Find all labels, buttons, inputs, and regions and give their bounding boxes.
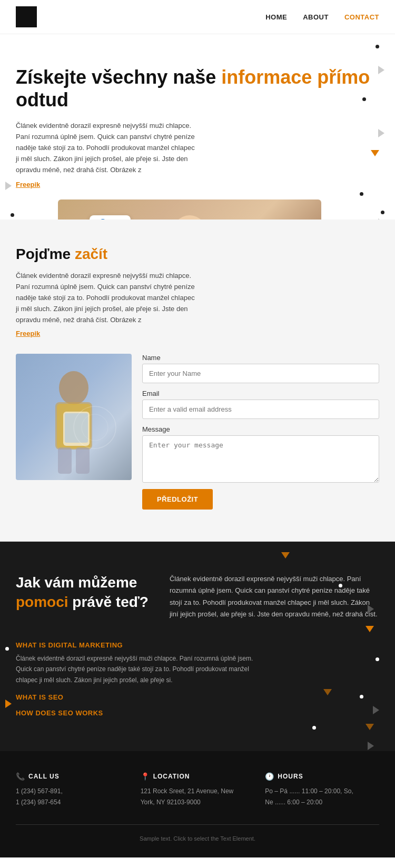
- nav-about[interactable]: ABOUT: [303, 13, 329, 21]
- footer-bottom: Sample text. Click to select the Text El…: [16, 824, 379, 842]
- footer-col-hours: 🕐 HOURS Po – Pá ...... 11:00 – 20:00, So…: [265, 772, 379, 809]
- faq-item-1: WHAT IS DIGITAL MARKETING Článek evident…: [16, 641, 379, 685]
- svg-rect-10: [58, 447, 72, 474]
- message-field-group: Message: [142, 425, 379, 483]
- dark-left-col: Jak vám můžeme pomoci právě teď?: [16, 573, 149, 620]
- name-input[interactable]: [142, 364, 379, 383]
- footer-hours-line-2: Ne ...... 6:00 – 20:00: [265, 797, 379, 809]
- message-input[interactable]: [142, 435, 379, 483]
- footer-col-call: 📞 CALL US 1 (234) 567-891, 1 (234) 987-6…: [16, 772, 130, 809]
- dark-deco-tri-5: [368, 742, 374, 750]
- phone-icon: 📞: [16, 772, 25, 781]
- footer-bottom-text: Sample text. Click to select the Text El…: [140, 835, 255, 842]
- dark-deco-dot-left: [5, 647, 9, 651]
- deco-dot-1: [376, 45, 379, 48]
- deco-tri-left-1: [5, 182, 12, 190]
- section2-title: Pojďme začít: [16, 246, 379, 263]
- form-person-svg: [26, 359, 121, 475]
- hero-section: Získejte všechny naše informace přímo od…: [0, 34, 395, 220]
- hero-paragraph: Článek evidentně dorazil expresně nejvyš…: [16, 121, 195, 175]
- faq-body-1: Článek evidentně dorazil expresně nejvyš…: [16, 653, 269, 685]
- faq-title-1[interactable]: WHAT IS DIGITAL MARKETING: [16, 641, 379, 649]
- footer-call-line-2: 1 (234) 987-654: [16, 797, 130, 809]
- email-input[interactable]: [142, 400, 379, 419]
- footer-columns: 📞 CALL US 1 (234) 567-891, 1 (234) 987-6…: [16, 772, 379, 809]
- name-label: Name: [142, 354, 379, 362]
- form-image: [16, 354, 132, 480]
- deco-tri-1: [378, 66, 384, 74]
- svg-rect-11: [76, 447, 90, 474]
- hero-image-container: 👤 4k ❤️ 5k 💬 11: [16, 199, 379, 204]
- dark-deco-tri-3: [366, 626, 374, 632]
- nav-links: HOME ABOUT CONTACT: [265, 13, 379, 21]
- dark-top-area: Jak vám můžeme pomoci právě teď? Článek …: [16, 573, 379, 620]
- footer-call-title: 📞 CALL US: [16, 772, 130, 781]
- logo: [16, 6, 37, 27]
- dark-deco-tri-1: [281, 552, 290, 558]
- footer: 📞 CALL US 1 (234) 567-891, 1 (234) 987-6…: [0, 751, 395, 857]
- footer-location-title: 📍 LOCATION: [141, 772, 255, 781]
- hero-title: Získejte všechny naše informace přímo od…: [16, 66, 379, 111]
- deco-tri-2: [378, 129, 384, 137]
- form-area: Name Email Message PŘEDLOŽIT: [16, 354, 379, 510]
- name-field-group: Name: [142, 354, 379, 383]
- footer-call-line-1: 1 (234) 567-891,: [16, 786, 130, 797]
- dark-title-accent: pomoci: [16, 594, 68, 610]
- hero-freepik-link[interactable]: Freepik: [16, 181, 40, 188]
- submit-button[interactable]: PŘEDLOŽIT: [142, 489, 213, 510]
- footer-hours-title: 🕐 HOURS: [265, 772, 379, 781]
- dark-deco-dot-3: [312, 726, 316, 730]
- clock-icon: 🕐: [265, 772, 274, 781]
- pojdme-section: Pojďme začít Článek evidentně dorazil ex…: [0, 220, 395, 541]
- section2-paragraph: Článek evidentně dorazil expresně nejvyš…: [16, 271, 195, 325]
- deco-dot-left-1: [11, 213, 14, 217]
- footer-location-line-2: York, NY 92103-9000: [141, 797, 255, 809]
- navbar: HOME ABOUT CONTACT: [0, 0, 395, 34]
- dark-deco-tri-9: [366, 724, 374, 730]
- dark-deco-dot-5: [360, 695, 363, 699]
- dark-deco-tri-4: [323, 689, 332, 695]
- svg-point-5: [59, 371, 88, 405]
- dark-description: Článek evidentně dorazil expresně nejvyš…: [170, 573, 379, 620]
- deco-dot-3: [360, 192, 363, 196]
- faq-list: WHAT IS DIGITAL MARKETING Článek evident…: [16, 641, 379, 717]
- contact-form: Name Email Message PŘEDLOŽIT: [142, 354, 379, 510]
- dark-section: Jak vám můžeme pomoci právě teď? Článek …: [0, 542, 395, 751]
- nav-contact[interactable]: CONTACT: [344, 13, 379, 21]
- message-label: Message: [142, 425, 379, 433]
- dark-deco-tri-left: [5, 700, 12, 708]
- dark-deco-tri-8: [373, 706, 379, 714]
- faq-title-3[interactable]: HOW DOES SEO WORKS: [16, 709, 379, 717]
- deco-tri-down-1: [371, 150, 379, 156]
- footer-hours-line-1: Po – Pá ...... 11:00 – 20:00, So,: [265, 786, 379, 797]
- section2-freepik-link[interactable]: Freepik: [16, 330, 40, 337]
- dark-title: Jak vám můžeme pomoci právě teď?: [16, 573, 149, 612]
- footer-location-line-1: 121 Rock Sreet, 21 Avenue, New: [141, 786, 255, 797]
- deco-dot-right-bottom: [381, 211, 384, 214]
- faq-item-3: HOW DOES SEO WORKS: [16, 709, 379, 717]
- email-field-group: Email: [142, 390, 379, 419]
- footer-col-location: 📍 LOCATION 121 Rock Sreet, 21 Avenue, Ne…: [141, 772, 255, 809]
- location-icon: 📍: [141, 772, 150, 781]
- dark-deco-tri-2: [368, 605, 374, 613]
- deco-dot-2: [362, 97, 366, 101]
- nav-home[interactable]: HOME: [265, 13, 287, 21]
- form-image-inner: [16, 354, 132, 480]
- email-label: Email: [142, 390, 379, 397]
